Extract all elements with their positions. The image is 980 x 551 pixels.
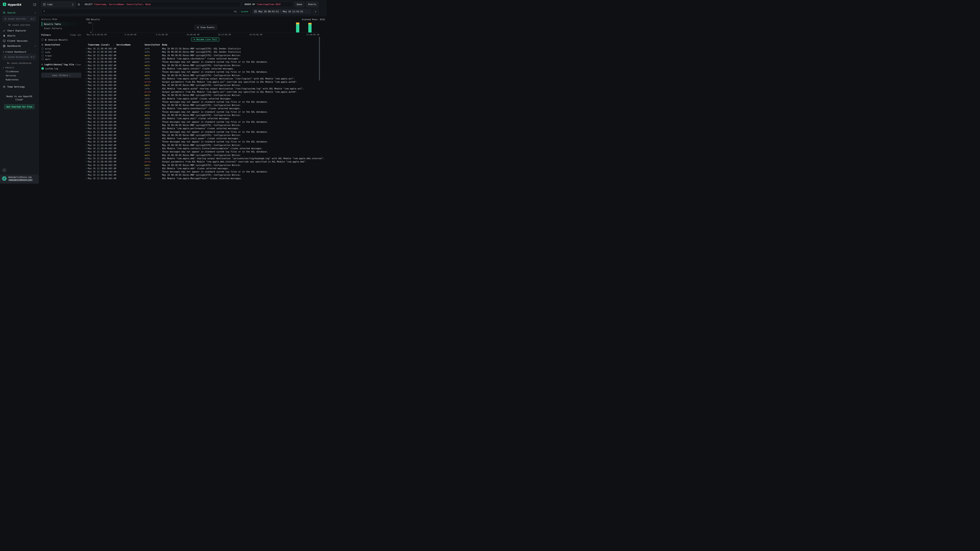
filter-checkbox[interactable] <box>41 67 44 70</box>
row-expand-chevron-icon[interactable]: › <box>84 141 88 143</box>
filter-checkbox[interactable] <box>41 51 44 53</box>
row-expand-chevron-icon[interactable]: › <box>84 107 88 110</box>
analysis-mode-event-patterns[interactable]: Event Patterns <box>41 26 81 30</box>
column-header-servicename[interactable]: ServiceName <box>116 43 145 46</box>
row-expand-chevron-icon[interactable]: › <box>84 154 88 156</box>
row-expand-chevron-icon[interactable]: › <box>84 54 88 56</box>
histogram-bar[interactable] <box>308 22 312 32</box>
presets-section-header[interactable]: ∨ PRESETS <box>0 64 38 69</box>
denoise-results-option[interactable]: ◐ Denoise Results <box>41 38 81 41</box>
table-row[interactable]: › May 16 11:38:40.683 AM info Those mess… <box>84 150 325 153</box>
row-expand-chevron-icon[interactable]: › <box>84 68 88 70</box>
view-events-button[interactable]: View Events <box>194 25 217 30</box>
row-expand-chevron-icon[interactable]: › <box>84 174 88 176</box>
resume-live-tail-button[interactable]: Resume Live Tail <box>191 37 219 41</box>
row-expand-chevron-icon[interactable]: › <box>84 134 88 136</box>
row-expand-chevron-icon[interactable]: › <box>84 71 88 73</box>
table-row[interactable]: › May 16 11:38:40.683 AM info ASL Module… <box>84 97 325 100</box>
histogram-bar[interactable] <box>296 22 299 32</box>
source-selector[interactable]: Logs <box>41 2 76 7</box>
table-row[interactable]: › May 16 11:38:40.683 AM info ASL Module… <box>84 147 325 150</box>
row-expand-chevron-icon[interactable]: › <box>84 127 88 129</box>
row-expand-chevron-icon[interactable]: › <box>84 177 88 179</box>
row-expand-chevron-icon[interactable]: › <box>84 111 88 113</box>
app-logo[interactable]: HyperDX <box>3 3 21 6</box>
table-row[interactable]: › May 16 11:38:40.683 AM error Output pa… <box>84 90 325 94</box>
table-row[interactable]: › May 16 11:38:40.683 AM warn May 16 00:… <box>84 94 325 97</box>
filter-option[interactable]: trace <box>41 54 81 57</box>
filter-option[interactable]: error <box>41 47 81 51</box>
source-settings-gear-icon[interactable]: ⚙ <box>77 3 81 6</box>
row-expand-chevron-icon[interactable]: › <box>84 94 88 96</box>
filter-option[interactable]: system.log <box>41 67 81 70</box>
row-expand-chevron-icon[interactable]: › <box>84 57 88 60</box>
row-expand-chevron-icon[interactable]: › <box>84 64 88 66</box>
filter-group-clear-link[interactable]: Clear <box>75 64 81 66</box>
column-header-timestamp[interactable]: Timestamp (Local) <box>88 43 116 46</box>
table-row[interactable]: › May 16 11:38:40.683 AM trace ASL Modul… <box>84 177 325 180</box>
table-row[interactable]: › May 16 11:38:40.683 AM error Output pa… <box>84 80 325 83</box>
table-row[interactable]: › May 16 11:38:40.683 AM info May 16 00:… <box>84 50 325 54</box>
filter-checkbox[interactable] <box>41 58 44 60</box>
user-menu[interactable]: D demos@clickhouse.com demos@clickhouse.… <box>0 175 38 184</box>
order-by-input[interactable]: ORDER BY TimestampTime DESC <box>242 2 293 7</box>
analysis-mode-results-table[interactable]: Results Table <box>41 22 81 26</box>
alerts-button[interactable]: Alerts <box>306 2 318 7</box>
table-row[interactable]: › May 16 11:38:40.683 AM info Those mess… <box>84 130 325 133</box>
row-expand-chevron-icon[interactable]: › <box>84 81 88 83</box>
get-started-button[interactable]: Get Started for Free <box>4 104 35 110</box>
table-row[interactable]: › May 16 11:38:40.683 AM info ASL Module… <box>84 137 325 140</box>
save-button[interactable]: Save <box>294 2 304 7</box>
table-row[interactable]: › May 16 11:38:40.683 AM info ASL Module… <box>84 57 325 60</box>
sidebar-item-chart-explorer[interactable]: Chart Explorer <box>0 28 38 33</box>
clear-all-link[interactable]: Clear all <box>70 34 81 36</box>
row-expand-chevron-icon[interactable]: › <box>84 101 88 103</box>
mode-lucene-toggle[interactable]: Lucene <box>241 10 248 13</box>
row-expand-chevron-icon[interactable]: › <box>84 118 88 119</box>
table-row[interactable]: › May 16 11:38:40.683 AM info Those mess… <box>84 60 325 64</box>
sidebar-item-alerts[interactable]: Alerts <box>0 33 38 38</box>
help-button[interactable]: ? <box>2 168 6 172</box>
table-row[interactable]: › May 16 11:38:40.683 AM info Those mess… <box>84 100 325 103</box>
table-row[interactable]: › May 16 11:38:40.683 AM info ASL Module… <box>84 107 325 110</box>
table-row[interactable]: › May 16 11:38:40.683 AM info Those mess… <box>84 140 325 143</box>
mode-sql-toggle[interactable]: SQL <box>234 10 237 13</box>
table-row[interactable]: › May 16 11:38:40.683 AM warn May 16 00:… <box>84 163 325 167</box>
table-row[interactable]: › May 16 11:38:40.683 AM info ASL Module… <box>84 87 325 90</box>
row-expand-chevron-icon[interactable]: › <box>84 48 88 49</box>
table-row[interactable]: › May 16 11:38:40.683 AM info Those mess… <box>84 120 325 124</box>
preset-item-services[interactable]: Services <box>0 73 38 78</box>
sidebar-item-team-settings[interactable]: ⚙ Team Settings <box>0 84 38 89</box>
filter-checkbox[interactable] <box>41 54 44 57</box>
row-expand-chevron-icon[interactable]: › <box>84 164 88 166</box>
table-row[interactable]: › May 16 11:38:40.683 AM info ASL Module… <box>84 127 325 130</box>
row-expand-chevron-icon[interactable]: › <box>84 151 88 152</box>
row-expand-chevron-icon[interactable]: › <box>84 51 88 53</box>
table-row[interactable]: › May 16 11:38:40.683 AM warn May 16 00:… <box>84 124 325 127</box>
chart-plot[interactable]: View Events <box>93 22 318 33</box>
sidebar-item-dashboards[interactable]: Dashboards ∧ <box>0 43 38 49</box>
saved-searches-input[interactable]: Saved Searches ⌘ K <box>2 16 36 21</box>
row-expand-chevron-icon[interactable]: › <box>84 131 88 133</box>
preset-item-kubernetes[interactable]: Kubernetes <box>0 78 38 82</box>
sql-select-input[interactable]: SELECT Timestamp, ServiceName, SeverityT… <box>82 2 240 7</box>
denoise-checkbox[interactable] <box>41 38 43 41</box>
table-row[interactable]: › May 16 11:38:40.683 AM warn May 16 00:… <box>84 173 325 176</box>
row-expand-chevron-icon[interactable]: › <box>84 171 88 173</box>
less-filters-button[interactable]: Less filters ∧ <box>41 73 81 78</box>
table-row[interactable]: › May 16 11:38:40.683 AM error Output pa… <box>84 160 325 163</box>
row-expand-chevron-icon[interactable]: › <box>84 91 88 93</box>
create-dashboard-button[interactable]: + Create Dashboard <box>0 49 38 54</box>
row-expand-chevron-icon[interactable]: › <box>84 121 88 123</box>
row-expand-chevron-icon[interactable]: › <box>84 124 88 126</box>
row-expand-chevron-icon[interactable]: › <box>84 160 88 163</box>
row-expand-chevron-icon[interactable]: › <box>84 114 88 116</box>
row-expand-chevron-icon[interactable]: › <box>84 87 88 90</box>
row-expand-chevron-icon[interactable]: › <box>84 78 88 79</box>
sidebar-item-search[interactable]: Search ∧ <box>0 10 38 15</box>
table-row[interactable]: › May 16 11:38:40.683 AM warn May 16 00:… <box>84 133 325 137</box>
table-row[interactable]: › May 16 11:38:40.683 AM warn May 16 00:… <box>84 103 325 107</box>
row-expand-chevron-icon[interactable]: › <box>84 84 88 86</box>
table-row[interactable]: › May 16 11:38:40.683 AM info ASL Module… <box>84 167 325 170</box>
table-row[interactable]: › May 16 11:38:40.683 AM info Those mess… <box>84 170 325 173</box>
